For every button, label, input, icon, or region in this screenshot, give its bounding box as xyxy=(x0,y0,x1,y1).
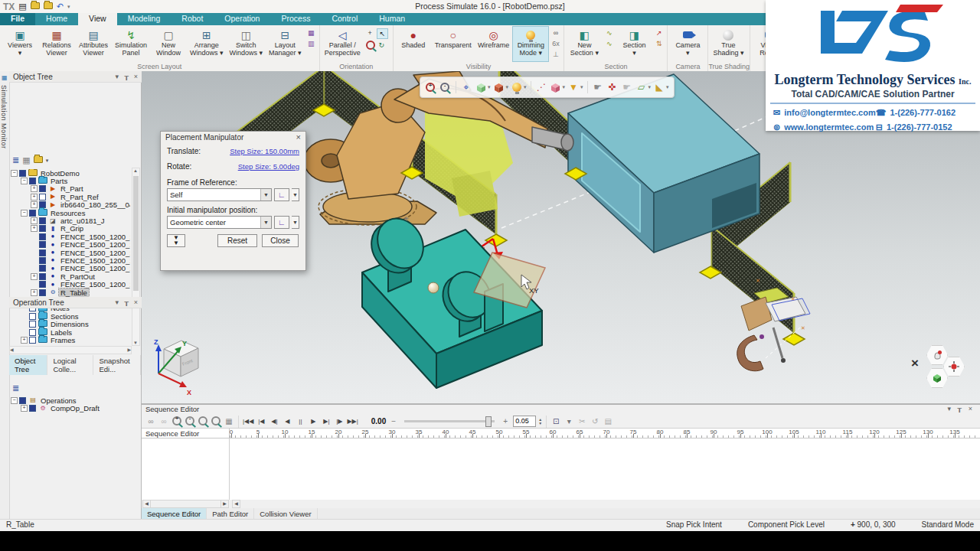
shaded-button[interactable]: ●Shaded xyxy=(395,26,432,62)
interval-input[interactable]: 0.05 xyxy=(513,416,536,427)
section-flip-icon[interactable]: ⇅ xyxy=(654,39,664,48)
zoom-out-icon[interactable]: - xyxy=(185,416,195,427)
tab-control[interactable]: Control xyxy=(321,13,368,25)
visibility-checkbox[interactable] xyxy=(39,225,46,232)
visibility-checkbox[interactable] xyxy=(39,273,46,280)
chevron-down-icon[interactable]: ▾ xyxy=(666,84,669,90)
interval-spinner[interactable]: ▲▼ xyxy=(538,418,542,425)
tree-item-fence_1500_1200_1525_[interactable]: ●FENCE_1500_1200_1525_ xyxy=(11,256,130,264)
record-caret-icon[interactable]: ▾ xyxy=(564,418,574,425)
chevron-down-icon[interactable]: ▼ xyxy=(292,216,299,229)
expand-dialog-button[interactable]: ▼▼ xyxy=(167,234,185,247)
pause-button[interactable]: || xyxy=(295,419,305,425)
close-icon[interactable]: × xyxy=(134,297,138,308)
navigation-cube[interactable]: Front Z Y X xyxy=(154,338,198,396)
visibility-checkbox[interactable] xyxy=(29,210,36,217)
move-object-button[interactable] xyxy=(943,357,965,377)
expand-toggle[interactable]: + xyxy=(31,273,38,280)
next-op-button[interactable]: |▶ xyxy=(334,419,345,425)
undo-icon[interactable]: ↶ xyxy=(57,2,64,11)
hscroll-track[interactable] xyxy=(151,500,220,508)
visibility-checkbox[interactable] xyxy=(39,217,46,224)
chevron-down-icon[interactable]: ▾ xyxy=(563,84,566,90)
tree-item-robotdemo[interactable]: −RobotDemo xyxy=(11,169,130,177)
visibility-checkbox[interactable] xyxy=(39,241,46,248)
measure-icon[interactable]: ⋰ xyxy=(535,80,547,94)
scroll-left-button[interactable]: ◀ xyxy=(142,500,151,508)
layout-manager-button[interactable]: ⊟Layout Manager ▾ xyxy=(266,26,305,62)
select-cursor-icon[interactable]: ↖ xyxy=(377,28,388,39)
transparent-button[interactable]: ○Transparent xyxy=(432,26,475,62)
tree-item-r_grip[interactable]: +▮R_Grip xyxy=(11,225,130,233)
clamp-icon[interactable]: ⊥ xyxy=(550,50,560,59)
slider-minus-button[interactable]: − xyxy=(388,418,399,425)
visibility-checkbox[interactable] xyxy=(29,313,36,320)
expand-toggle[interactable]: + xyxy=(31,225,38,232)
tree-item-operations[interactable]: −▤Operations xyxy=(11,396,137,404)
tree-item-fence_1500_1200_1525_[interactable]: ●FENCE_1500_1200_1525_ xyxy=(11,241,130,249)
tree-item-r_table[interactable]: +⊖R_Table xyxy=(11,289,130,296)
tree-item-fence_1500_1200_1525_[interactable]: ●FENCE_1500_1200_1525_ xyxy=(11,265,130,272)
expand-toggle[interactable]: − xyxy=(11,170,18,177)
ruler-icon[interactable]: ▱ xyxy=(635,80,648,94)
expand-toggle[interactable]: + xyxy=(21,405,28,412)
tab-logical-colle-[interactable]: Logical Colle... xyxy=(47,355,93,375)
speed-slider[interactable] xyxy=(404,420,495,422)
tree-item-dimensions[interactable]: Dimensions xyxy=(11,320,130,328)
rotate-view-icon[interactable]: ↻ xyxy=(377,41,387,50)
slider-plus-button[interactable]: + xyxy=(500,418,511,425)
parallel-perspective-button[interactable]: ◁Parallel / Perspective xyxy=(322,26,364,62)
tree-item-compop_draft[interactable]: +⚙CompOp_Draft xyxy=(11,404,137,412)
tab-operation[interactable]: Operation xyxy=(214,13,270,25)
tree-item-fence_1500_1200_1525_[interactable]: ●FENCE_1500_1200_1525_ xyxy=(11,249,130,256)
tab-modeling[interactable]: Modeling xyxy=(117,13,172,25)
translate-step-link[interactable]: Step Size: 150.00mm xyxy=(230,147,299,155)
chevron-down-icon[interactable]: ▾ xyxy=(524,84,527,90)
new-window-button[interactable]: ▢New Window xyxy=(150,26,187,62)
close-icon[interactable]: × xyxy=(134,71,138,83)
visibility-checkbox[interactable] xyxy=(29,321,36,328)
frame-picker-button[interactable]: ∟ xyxy=(274,188,289,201)
timeline-ruler[interactable]: Sequence Editor 051015202530354045505560… xyxy=(142,428,980,439)
visibility-checkbox[interactable] xyxy=(29,178,36,184)
tree-item-fence_1500_1200_1525[interactable]: ●FENCE_1500_1200_1525 xyxy=(11,233,130,240)
open-icon[interactable] xyxy=(31,2,40,11)
pick-hand-button[interactable] xyxy=(926,345,948,365)
play-button[interactable]: ▶ xyxy=(308,419,318,425)
visibility-checkbox[interactable] xyxy=(39,289,46,296)
relations-viewer-button[interactable]: ▦Relations Viewer xyxy=(38,26,75,62)
pick-filter-icon[interactable]: ▼ xyxy=(567,80,580,94)
cube-view-button[interactable] xyxy=(926,368,948,388)
tree-item-resources[interactable]: −Resources xyxy=(11,209,130,217)
view-cube-icon[interactable] xyxy=(475,80,487,94)
visibility-checkbox[interactable] xyxy=(39,249,46,256)
object-tree-hscrollbar[interactable]: ◀▶ xyxy=(9,346,132,354)
camera-button[interactable]: Camera ▾ xyxy=(669,26,706,62)
link-icon[interactable]: ∞ xyxy=(145,418,156,425)
visibility-checkbox[interactable] xyxy=(39,194,46,201)
layout-grid-icon[interactable]: ▦ xyxy=(306,28,316,37)
new-section-button[interactable]: ◧New Section ▾ xyxy=(566,26,603,62)
tree-filter-icon[interactable]: ≣ xyxy=(12,383,19,393)
zoom-fit-icon[interactable] xyxy=(211,416,221,427)
qat-dropdown-icon[interactable]: ▾ xyxy=(67,4,70,9)
chevron-down-icon[interactable]: ▼ xyxy=(292,188,299,201)
tab-home[interactable]: Home xyxy=(35,13,78,25)
jump-end-button[interactable]: ▶▶| xyxy=(347,419,358,425)
snapshot-cube-icon[interactable] xyxy=(550,80,562,94)
pan-icon[interactable]: + xyxy=(365,28,375,37)
section-wave-icon[interactable]: ∿ xyxy=(604,28,614,37)
expand-toggle[interactable]: + xyxy=(31,217,38,224)
tab-process[interactable]: Process xyxy=(270,13,321,25)
chevron-down-icon[interactable]: ▾ xyxy=(506,84,509,90)
chevron-down-icon[interactable]: ▼ xyxy=(260,217,271,228)
chevron-down-icon[interactable]: ▼ xyxy=(260,189,271,201)
status-pick-level[interactable]: Component Pick Level xyxy=(748,520,825,529)
visibility-checkbox[interactable] xyxy=(39,185,46,192)
chevron-down-icon[interactable]: ▾ xyxy=(488,84,491,90)
visibility-checkbox[interactable] xyxy=(19,170,26,177)
speed-icon[interactable]: 6x xyxy=(550,39,560,48)
section-button[interactable]: ◨Section ▾ xyxy=(616,26,652,62)
grid-icon[interactable]: ▦ xyxy=(224,418,234,425)
fill-icon[interactable]: ◣ xyxy=(653,80,665,94)
